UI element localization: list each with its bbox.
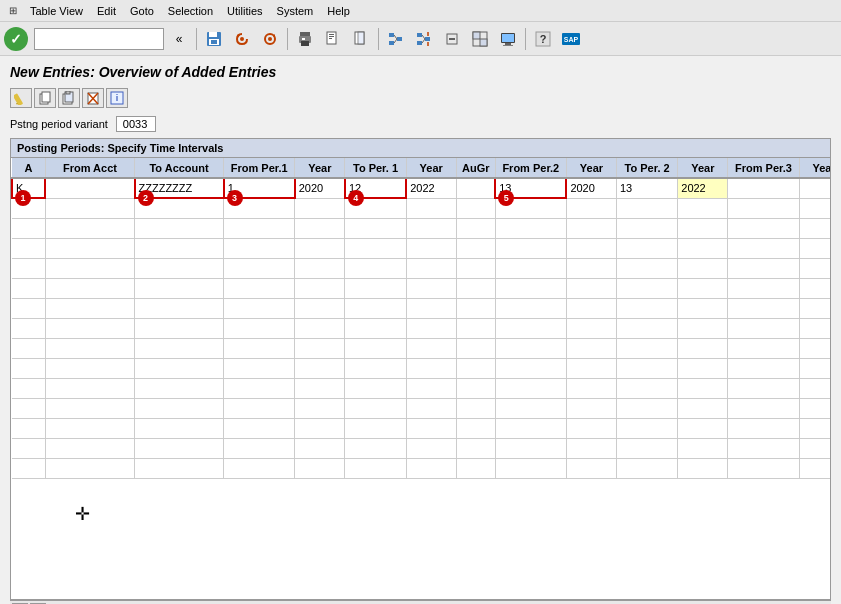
sub-tool-btn-2[interactable] <box>34 88 56 108</box>
redo-btn[interactable] <box>257 26 283 52</box>
data-table: A From Acct To Account From Per.1 Year T… <box>11 158 830 479</box>
empty-cell <box>495 218 566 238</box>
tree-btn[interactable] <box>383 26 409 52</box>
col-header-to-acct: To Account <box>135 158 224 178</box>
sub-tool-btn-5[interactable]: i <box>106 88 128 108</box>
green-check-icon[interactable]: ✓ <box>4 27 28 51</box>
empty-cell <box>406 398 456 418</box>
empty-cell <box>495 298 566 318</box>
empty-cell <box>566 438 616 458</box>
empty-cell <box>12 358 45 378</box>
sap-btn[interactable]: SAP <box>558 26 584 52</box>
empty-cell <box>617 198 678 218</box>
menu-table-view[interactable]: Table View <box>24 3 89 19</box>
expand-btn[interactable] <box>411 26 437 52</box>
svg-rect-34 <box>473 32 480 39</box>
cell-year3[interactable]: 2020 <box>566 178 616 198</box>
svg-rect-39 <box>503 45 513 46</box>
command-field[interactable] <box>34 28 164 50</box>
empty-cell <box>728 278 799 298</box>
empty-cell <box>406 318 456 338</box>
menu-help[interactable]: Help <box>321 3 356 19</box>
print-btn[interactable] <box>292 26 318 52</box>
svg-rect-21 <box>397 37 402 41</box>
empty-cell <box>456 338 495 358</box>
col-header-from-per2: From Per.2 <box>495 158 566 178</box>
col-header-year2: Year <box>406 158 456 178</box>
empty-cell <box>345 398 406 418</box>
empty-cell <box>728 438 799 458</box>
layout-btn[interactable] <box>467 26 493 52</box>
sub-tool-btn-4[interactable] <box>82 88 104 108</box>
empty-cell <box>728 198 799 218</box>
cell-from_per3[interactable] <box>728 178 799 198</box>
cell-to_per1[interactable]: 124 <box>345 178 406 198</box>
empty-cell <box>224 358 295 378</box>
cell-year1[interactable]: 2020 <box>295 178 345 198</box>
empty-cell <box>224 378 295 398</box>
empty-cell <box>135 398 224 418</box>
delete-icon <box>86 91 100 105</box>
nav-prev-btn[interactable]: « <box>166 26 192 52</box>
empty-cell <box>678 198 728 218</box>
empty-cell <box>728 238 799 258</box>
menu-selection[interactable]: Selection <box>162 3 219 19</box>
empty-cell <box>566 198 616 218</box>
empty-cell <box>224 278 295 298</box>
cell-augr[interactable] <box>456 178 495 198</box>
help-btn[interactable]: ? <box>530 26 556 52</box>
menu-goto[interactable]: Goto <box>124 3 160 19</box>
cell-year4[interactable]: 2022 <box>678 178 728 198</box>
cell-year2[interactable]: 2022 <box>406 178 456 198</box>
empty-cell <box>495 458 566 478</box>
empty-cell <box>678 298 728 318</box>
svg-rect-3 <box>211 40 217 44</box>
menu-system[interactable]: System <box>271 3 320 19</box>
layout-icon <box>472 31 488 47</box>
save-btn[interactable] <box>201 26 227 52</box>
cell-year5[interactable] <box>799 178 830 198</box>
cell-to_account[interactable]: ZZZZZZZZ2 <box>135 178 224 198</box>
table-row[interactable]: K1ZZZZZZZZ213202012420221352020132022 <box>12 178 830 198</box>
collapse-btn[interactable] <box>439 26 465 52</box>
empty-cell <box>135 358 224 378</box>
empty-cell <box>295 398 345 418</box>
tree-icon <box>388 31 404 47</box>
cell-to_per2[interactable]: 13 <box>617 178 678 198</box>
svg-point-5 <box>240 37 244 41</box>
cell-from_acct[interactable] <box>45 178 134 198</box>
pencil-icon <box>14 91 28 105</box>
empty-cell <box>345 358 406 378</box>
undo-btn[interactable] <box>229 26 255 52</box>
table-container[interactable]: Posting Periods: Specify Time Intervals … <box>10 138 831 600</box>
empty-cell <box>12 258 45 278</box>
empty-cell <box>345 278 406 298</box>
cell-from_per1[interactable]: 13 <box>224 178 295 198</box>
empty-cell <box>617 278 678 298</box>
empty-cell <box>224 418 295 438</box>
bottom-scrollbar[interactable]: ◀ ▶ <box>10 600 831 604</box>
monitor-btn[interactable] <box>495 26 521 52</box>
empty-cell <box>45 418 134 438</box>
empty-cell <box>566 338 616 358</box>
empty-cell <box>495 318 566 338</box>
empty-cell <box>406 258 456 278</box>
sub-tool-btn-3[interactable] <box>58 88 80 108</box>
svg-rect-16 <box>329 38 332 39</box>
empty-cell <box>406 198 456 218</box>
sub-tool-btn-1[interactable] <box>10 88 32 108</box>
menu-edit[interactable]: Edit <box>91 3 122 19</box>
cell-from_per2[interactable]: 135 <box>495 178 566 198</box>
menu-utilities[interactable]: Utilities <box>221 3 268 19</box>
empty-cell <box>295 218 345 238</box>
empty-cell <box>728 298 799 318</box>
svg-rect-1 <box>209 32 217 37</box>
cell-a[interactable]: K1 <box>12 178 45 198</box>
empty-cell <box>45 258 134 278</box>
page-btn1[interactable] <box>320 26 346 52</box>
empty-cell <box>456 198 495 218</box>
page-btn2[interactable] <box>348 26 374 52</box>
empty-cell <box>12 438 45 458</box>
empty-cell <box>12 458 45 478</box>
svg-rect-47 <box>42 92 50 102</box>
